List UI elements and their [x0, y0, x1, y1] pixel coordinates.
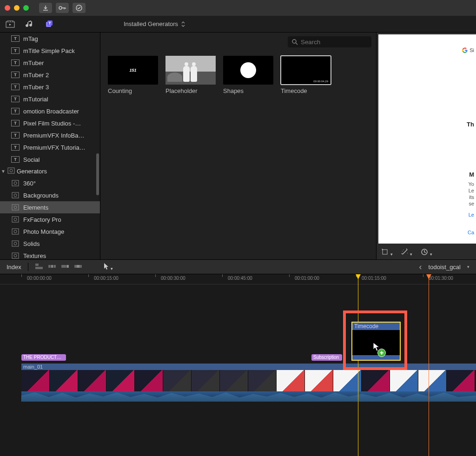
- background-tasks-button[interactable]: [73, 3, 86, 13]
- sidebar-item[interactable]: TmTutorial: [0, 93, 100, 105]
- sidebar-item[interactable]: TmTitle Simple Pack: [0, 45, 100, 57]
- insert-clip-icon[interactable]: [48, 263, 57, 271]
- generator-category-icon: [11, 216, 20, 223]
- generator-category-icon: [11, 192, 20, 198]
- range-marker[interactable]: [429, 274, 429, 456]
- svg-rect-28: [51, 265, 53, 268]
- library-sidebar: TmTagTmTitle Simple PackTmTuberTmTuber 2…: [0, 33, 100, 259]
- sidebar-item[interactable]: TPremiumVFX InfoBa…: [0, 129, 100, 141]
- timeline-index-button[interactable]: Index: [7, 264, 21, 271]
- clip-audio-waveform: [21, 391, 476, 402]
- transform-tool-icon[interactable]: ▾: [381, 248, 393, 257]
- sidebar-item[interactable]: Elements: [0, 201, 100, 213]
- sidebar-item[interactable]: TSocial: [0, 153, 100, 165]
- generators-category-header[interactable]: ▼ Generators: [0, 165, 100, 177]
- select-tool-icon[interactable]: ▾: [104, 263, 113, 271]
- generator-category-icon: [11, 228, 20, 235]
- ruler-tick: 00:01:30:00: [429, 276, 453, 281]
- timeline-history-back-button[interactable]: ‹: [419, 262, 422, 272]
- primary-storyline[interactable]: main_01: [21, 363, 476, 402]
- generator-category-icon: [7, 167, 15, 175]
- sidebar-item[interactable]: TmTag: [0, 33, 100, 45]
- chapter-marker[interactable]: Subscription: [311, 354, 342, 361]
- svg-point-19: [14, 242, 17, 245]
- title-category-icon: T: [11, 84, 20, 90]
- filmstrip-frame: [277, 370, 305, 391]
- project-name-label[interactable]: todoist_gcal: [429, 264, 461, 271]
- svg-rect-12: [12, 205, 19, 210]
- timeline-ruler[interactable]: 00:00:00:0000:00:15:0000:00:30:0000:00:4…: [0, 274, 476, 284]
- svg-point-13: [14, 206, 17, 209]
- sidebar-item[interactable]: Solids: [0, 238, 100, 250]
- viewer-canvas: Si Th M Yo Le its se Le Ca: [378, 34, 476, 244]
- generator-thumb[interactable]: Shapes: [223, 56, 273, 94]
- generator-thumb[interactable]: 00:00:04;29Timecode: [281, 56, 331, 94]
- ruler-tick: 00:01:00:00: [295, 276, 319, 281]
- generator-category-icon: [11, 180, 20, 186]
- search-input[interactable]: [288, 36, 371, 47]
- google-logo-icon: [462, 47, 468, 53]
- svg-rect-30: [61, 265, 66, 268]
- svg-point-17: [14, 230, 17, 233]
- titles-generators-browser-icon[interactable]: T: [44, 19, 55, 30]
- dragged-generator-clip[interactable]: Timecode +: [351, 322, 401, 361]
- connect-clip-icon[interactable]: [35, 263, 44, 271]
- svg-rect-23: [383, 250, 387, 254]
- minimize-window-button[interactable]: [14, 5, 20, 11]
- sidebar-item[interactable]: TPremiumVFX Tutoria…: [0, 141, 100, 153]
- import-button[interactable]: [39, 3, 52, 13]
- sidebar-item[interactable]: TmTuber 3: [0, 81, 100, 93]
- audio-browser-icon[interactable]: [24, 19, 35, 30]
- filmstrip-frame: [305, 370, 333, 391]
- filmstrip-frame: [248, 370, 277, 391]
- zoom-window-button[interactable]: [23, 5, 29, 11]
- enhance-tool-icon[interactable]: ▾: [401, 248, 413, 257]
- chapter-marker[interactable]: THE PRODUCT…: [21, 354, 66, 361]
- sidebar-item[interactable]: FxFactory Pro: [0, 213, 100, 225]
- filmstrip-frame: [333, 370, 362, 391]
- search-icon: [291, 39, 298, 45]
- sidebar-item[interactable]: Backgrounds: [0, 189, 100, 201]
- ruler-tick: 00:00:15:00: [94, 276, 119, 281]
- sidebar-item[interactable]: TmTuber: [0, 57, 100, 69]
- clip-title-bar: main_01: [21, 363, 476, 370]
- filmstrip-frame: [220, 370, 248, 391]
- retime-tool-icon[interactable]: ▾: [421, 248, 432, 257]
- filmstrip-frame: [21, 370, 50, 391]
- filmstrip-frame: [106, 370, 135, 391]
- generator-thumb[interactable]: Placeholder: [165, 56, 216, 94]
- append-clip-icon[interactable]: [61, 263, 70, 271]
- svg-point-11: [14, 194, 17, 197]
- sidebar-scrollbar[interactable]: [96, 153, 99, 195]
- svg-rect-8: [12, 180, 19, 186]
- generator-thumb[interactable]: 151Counting: [108, 56, 158, 94]
- sidebar-item[interactable]: TmTuber 2: [0, 69, 100, 81]
- library-title[interactable]: Installed Generators: [124, 20, 185, 27]
- add-badge-icon: +: [377, 349, 386, 357]
- timeline[interactable]: 00:00:00:0000:00:15:0000:00:30:0000:00:4…: [0, 274, 476, 456]
- close-window-button[interactable]: [5, 5, 10, 11]
- sidebar-item[interactable]: Photo Montage: [0, 225, 100, 238]
- svg-rect-25: [35, 264, 39, 266]
- sidebar-item[interactable]: TPixel Film Studios -…: [0, 117, 100, 129]
- sidebar-item[interactable]: Textures: [0, 250, 100, 259]
- search-field-wrap: [288, 36, 371, 47]
- ruler-tick: 00:00:30:00: [161, 276, 185, 281]
- sidebar-item[interactable]: Tomotion Broadcaster: [0, 105, 100, 117]
- main-area: TmTagTmTitle Simple PackTmTuberTmTuber 2…: [0, 33, 476, 259]
- library-toolbar: T Installed Generators: [0, 16, 476, 33]
- svg-rect-10: [12, 192, 19, 198]
- filmstrip-frame: [362, 370, 390, 391]
- generators-label: Generators: [17, 168, 47, 175]
- svg-rect-20: [12, 253, 19, 258]
- ruler-tick: 00:00:00:00: [27, 276, 52, 281]
- svg-rect-29: [53, 265, 56, 268]
- title-category-icon: T: [11, 35, 20, 42]
- keyword-button[interactable]: [56, 3, 69, 13]
- title-category-icon: T: [11, 144, 20, 151]
- sidebar-item[interactable]: 360°: [0, 177, 100, 189]
- google-sign-in: Si: [462, 47, 474, 53]
- media-browser-icon[interactable]: [5, 19, 16, 30]
- generator-browser: 151CountingPlaceholderShapes00:00:04;29T…: [100, 33, 377, 259]
- overwrite-clip-icon[interactable]: ▾: [74, 263, 83, 271]
